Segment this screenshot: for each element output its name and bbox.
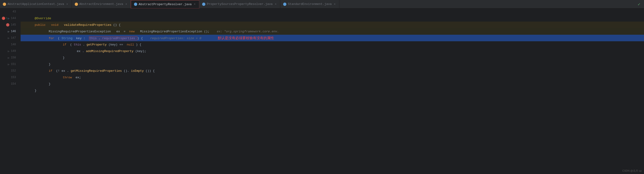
kw-new: new xyxy=(129,30,134,33)
tab-close-1[interactable]: × xyxy=(66,3,69,6)
line-149-content: } xyxy=(63,56,65,60)
bookmark-icon[interactable]: 🔖 xyxy=(2,17,5,20)
gutter-icons-151: ▷ xyxy=(1,63,9,66)
tab-label-3: AbstractPropertyResolver.java xyxy=(139,3,192,6)
line-154-content: } xyxy=(35,89,36,92)
code-line-147: if ( this . getProperty (key) == null ) … xyxy=(20,41,644,48)
tab-close-5[interactable]: × xyxy=(333,3,336,6)
var-ex: ex xyxy=(116,30,120,33)
gutter-icons-147: ▷ xyxy=(1,37,9,40)
code-line-145: public void validateRequiredProperties (… xyxy=(20,22,644,28)
gutter-icons-145 xyxy=(1,23,9,27)
gutter-row-151: ▷ 151 xyxy=(1,61,17,68)
line-number-148: 148 xyxy=(9,43,17,46)
code-line-152: throw ex; xyxy=(20,74,644,81)
tab-abstract-application-context[interactable]: AbstractApplicationContext.java × xyxy=(0,0,72,8)
hint-ex-value: ex: "org.springframework.core.env. xyxy=(217,30,279,33)
tab-abstract-property-resolver[interactable]: AbstractPropertyResolver.java × xyxy=(131,0,199,8)
tab-icon-3 xyxy=(134,3,137,6)
code-line-149: } xyxy=(20,54,644,61)
kw-null: null xyxy=(127,43,134,46)
code-line-154: } xyxy=(20,87,644,94)
cn-annotation-text: 默认是没有必须要校验有没有的属性 xyxy=(218,36,274,40)
param-required-props: this . requiredProperties xyxy=(89,36,138,40)
fold-icon-146[interactable]: ▷ xyxy=(8,30,9,33)
line-number-146: 146 xyxy=(9,30,17,33)
gutter-row-152: 152 xyxy=(1,68,17,74)
fold-icon-150[interactable]: ▷ xyxy=(8,56,9,59)
code-area: 43 🔖 ↑ ▷ 144 145 ▷ xyxy=(0,9,644,174)
tab-close-3[interactable]: × xyxy=(193,3,196,6)
line-number-144: 144 xyxy=(9,17,17,20)
code-line-153: } xyxy=(20,81,644,87)
tab-standard-environment[interactable]: StandardEnvironment.java × xyxy=(280,0,339,8)
method-get-property: getProperty xyxy=(87,43,107,46)
gutter-row-153: 153 xyxy=(1,74,17,81)
fold-icon-144[interactable]: ▷ xyxy=(8,17,9,20)
gutter: 43 🔖 ↑ ▷ 144 145 ▷ xyxy=(0,9,19,174)
code-line-151: if (! ex . getMissingRequiredProperties … xyxy=(20,68,644,74)
tab-bar: AbstractApplicationContext.java × Abstra… xyxy=(0,0,644,9)
var-ex-151: ex xyxy=(62,69,65,73)
kw-for: for xyxy=(49,37,54,40)
fold-icon-151[interactable]: ▷ xyxy=(8,63,9,66)
tab-label-1: AbstractApplicationContext.java xyxy=(8,2,64,6)
editor-container: AbstractApplicationContext.java × Abstra… xyxy=(0,0,644,174)
var-ex-148: ex xyxy=(77,50,80,53)
tab-label-4: PropertySourcesPropertyResolver.java xyxy=(207,2,272,6)
method-add-missing: addMissingRequiredProperty xyxy=(86,50,134,53)
this-147: this xyxy=(74,43,81,46)
tab-label-5: StandardEnvironment.java xyxy=(288,2,332,6)
tab-icon-1 xyxy=(3,3,6,6)
code-line-144: @Override xyxy=(20,15,644,22)
tab-close-4[interactable]: × xyxy=(274,3,277,6)
fold-icon-147[interactable]: ▷ xyxy=(8,37,9,40)
kw-string: String xyxy=(62,37,72,40)
checkmark-icon: ✓ xyxy=(638,2,640,7)
code-line-146: for ( String key : this . requiredProper… xyxy=(20,35,644,41)
line-number-147: 147 xyxy=(9,36,17,40)
line-number-149: 149 xyxy=(9,50,17,53)
parens-open: () { xyxy=(113,23,120,27)
line-145b-content: MissingRequiredPropertiesException ex = … xyxy=(49,30,279,33)
tab-icon-5 xyxy=(283,3,286,6)
class-new-exc: MissingRequiredPropertiesException xyxy=(140,30,202,33)
line-152-content: throw ex; xyxy=(63,76,81,79)
line-number-150: 150 xyxy=(9,56,17,59)
code-line-148: ex . addMissingRequiredProperty (key); xyxy=(20,48,644,54)
kw-if-151: if xyxy=(49,69,52,73)
code-line-43 xyxy=(20,9,644,15)
tab-label-2: AbstractEnvironment.java xyxy=(80,2,123,6)
line-number-152: 152 xyxy=(9,69,17,72)
kw-void: void xyxy=(51,23,58,27)
gutter-icons-146: ▷ xyxy=(1,30,9,33)
gutter-row-149: ▷ 149 xyxy=(1,48,17,54)
fold-icon-149[interactable]: ▷ xyxy=(8,50,9,53)
line-number-43: 43 xyxy=(9,10,17,13)
line-145-content: public void validateRequiredProperties (… xyxy=(35,23,120,27)
tab-abstract-environment[interactable]: AbstractEnvironment.java × xyxy=(72,0,131,8)
gutter-row-150: ▷ 150 xyxy=(1,54,17,61)
line-147-content: if ( this . getProperty (key) == null ) … xyxy=(63,43,142,46)
line-153-content: } xyxy=(49,82,50,86)
line-number-153: 153 xyxy=(9,76,17,79)
gutter-row-147: ▷ 147 xyxy=(1,35,17,41)
line-number-145: 145 xyxy=(9,23,17,27)
error-dot-icon xyxy=(6,23,9,27)
hint-146: requiredProperties: size = 0 xyxy=(150,37,201,40)
line-150-content: } xyxy=(49,63,50,66)
method-get-missing: getMissingRequiredProperties xyxy=(71,69,122,73)
kw-throw: throw xyxy=(63,76,72,79)
gutter-row-145: 145 xyxy=(1,22,17,28)
this-keyword: this xyxy=(90,37,97,40)
tab-property-sources-resolver[interactable]: PropertySourcesPropertyResolver.java × xyxy=(199,0,280,8)
green-arrow-icon: ↑ xyxy=(6,17,7,20)
method-validate: validateRequiredProperties xyxy=(64,23,112,27)
line-151-content: if (! ex . getMissingRequiredProperties … xyxy=(49,69,155,73)
field-required: requiredProperties xyxy=(102,37,135,40)
tab-close-2[interactable]: × xyxy=(124,3,128,6)
code-line-150: } xyxy=(20,61,644,68)
gutter-icons-150: ▷ xyxy=(1,56,9,59)
constr-parens: (); xyxy=(204,30,209,33)
code-lines: @Override public void validateRequiredPr… xyxy=(19,9,644,174)
